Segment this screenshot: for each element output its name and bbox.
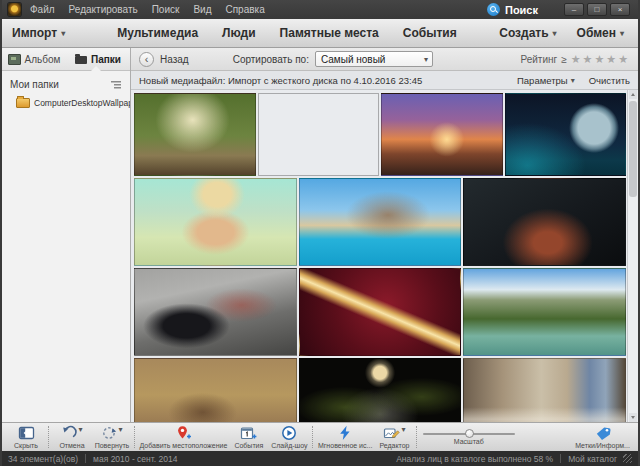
scroll-up-arrow-icon[interactable]	[629, 90, 637, 99]
rotate-icon	[101, 425, 117, 441]
sort-by-label: Сортировать по:	[233, 54, 309, 65]
editor-button[interactable]: ▾ Редактор	[374, 423, 414, 451]
tab-albums[interactable]: Альбом	[2, 48, 66, 70]
back-button[interactable]: ‹	[139, 52, 154, 67]
left-panel: Альбом Папки Мои папки ComputerDesktopWa…	[2, 48, 131, 422]
folder-name: ComputerDesktopWallpapersColle...	[34, 98, 130, 108]
chevron-down-icon[interactable]: ▾	[401, 425, 405, 434]
folders-tab-label: Папки	[91, 54, 121, 65]
photo-thumbnail[interactable]	[134, 358, 297, 422]
add-location-button[interactable]: Добавить местоположение	[138, 423, 229, 451]
photo-thumbnail[interactable]	[134, 93, 256, 176]
search-button[interactable]: Поиск	[487, 3, 538, 16]
catalog-name[interactable]: Мой каталог	[568, 454, 617, 464]
rotate-button[interactable]: ▾ Повернуть	[92, 423, 132, 451]
nav-right: Создать ▾ Обмен ▾	[499, 26, 624, 40]
photo-thumbnail[interactable]	[463, 178, 626, 266]
photo-thumbnail[interactable]	[299, 268, 462, 356]
back-label[interactable]: Назад	[160, 54, 189, 65]
scroll-down-arrow-icon[interactable]	[629, 413, 637, 422]
separator	[48, 426, 50, 448]
active-tab-notch	[91, 66, 101, 71]
zoom-slider-thumb[interactable]	[465, 429, 474, 438]
import-label: Импорт	[12, 26, 57, 40]
resize-grip[interactable]	[623, 454, 632, 463]
import-button[interactable]: Импорт ▾	[12, 26, 65, 40]
options-button[interactable]: Параметры ▾	[517, 75, 575, 86]
album-icon	[8, 54, 21, 65]
hide-panel-button[interactable]: Скрыть	[6, 423, 46, 451]
slideshow-button[interactable]: Слайд-шоу	[269, 423, 310, 451]
add-event-button[interactable]: События	[229, 423, 269, 451]
tab-media[interactable]: Мультимедиа	[117, 26, 198, 40]
options-label: Параметры	[517, 75, 568, 86]
separator	[134, 426, 136, 448]
view-tabs: Мультимедиа Люди Памятные места События	[117, 26, 457, 40]
photo-thumbnail[interactable]	[381, 93, 503, 176]
sort-dropdown[interactable]: Самый новый ▾	[315, 51, 433, 67]
scrollbar-thumb[interactable]	[629, 101, 637, 197]
sort-value: Самый новый	[321, 54, 386, 65]
chevron-down-icon[interactable]: ▾	[78, 425, 82, 434]
menu-file[interactable]: Файл	[30, 4, 55, 15]
photo-thumbnail[interactable]	[463, 358, 626, 422]
organizer-window: Файл Редактировать Поиск Вид Справка Пои…	[0, 0, 640, 466]
search-icon	[487, 3, 500, 16]
action-bar: Скрыть ▾ Отмена ▾ Повернуть	[2, 422, 638, 451]
menu-edit[interactable]: Редактировать	[69, 4, 138, 15]
title-bar: Файл Редактировать Поиск Вид Справка Пои…	[2, 0, 638, 19]
create-button[interactable]: Создать ▾	[499, 26, 556, 40]
media-toolbar: ‹ Назад Сортировать по: Самый новый ▾ Ре…	[131, 48, 638, 71]
photo-thumbnail[interactable]	[134, 178, 297, 266]
chevron-down-icon: ▾	[61, 29, 65, 38]
undo-button[interactable]: ▾ Отмена	[52, 423, 92, 451]
tab-places[interactable]: Памятные места	[280, 26, 379, 40]
tags-info-button[interactable]: Метки/Информ...	[573, 423, 632, 451]
share-button[interactable]: Обмен ▾	[577, 26, 624, 40]
folder-list-item[interactable]: ComputerDesktopWallpapersColle...	[2, 96, 130, 110]
face-analysis-status: Анализ лиц в каталоге выполнено 58 %	[396, 454, 553, 464]
chevron-down-icon: ▾	[571, 76, 575, 85]
rating-stars[interactable]: ★★★★★	[571, 53, 630, 66]
folder-icon	[75, 56, 87, 64]
chevron-down-icon[interactable]: ▾	[118, 425, 122, 434]
chevron-down-icon: ▾	[424, 55, 428, 64]
hide-panel-icon	[18, 425, 35, 441]
window-controls: – □ ×	[564, 3, 630, 16]
photo-thumbnail[interactable]	[299, 358, 462, 422]
folder-tree-view-icon[interactable]	[111, 80, 122, 89]
panel-tabs: Альбом Папки	[2, 48, 130, 71]
event-calendar-icon	[240, 425, 257, 441]
instant-fix-button[interactable]: Мгновенное ис...	[316, 423, 375, 451]
menu-view[interactable]: Вид	[193, 4, 211, 15]
menu-find[interactable]: Поиск	[152, 4, 180, 15]
rating-filter[interactable]: Рейтинг ≥ ★★★★★	[520, 53, 630, 66]
minimize-button[interactable]: –	[564, 3, 584, 16]
tab-people[interactable]: Люди	[222, 26, 256, 40]
undo-icon	[61, 425, 77, 441]
add-location-pin-icon	[175, 425, 192, 441]
tab-events[interactable]: События	[403, 26, 457, 40]
close-button[interactable]: ×	[610, 3, 630, 16]
main-area: ‹ Назад Сортировать по: Самый новый ▾ Ре…	[131, 48, 638, 422]
menu-help[interactable]: Справка	[225, 4, 264, 15]
create-label: Создать	[499, 26, 548, 40]
zoom-slider-track[interactable]	[423, 429, 515, 438]
rating-label: Рейтинг	[520, 54, 557, 65]
zoom-slider[interactable]: Масштаб	[420, 429, 517, 445]
clear-button[interactable]: Очистить	[589, 75, 630, 86]
items-count: 34 элемент(а)(ов)	[8, 454, 78, 464]
photo-thumbnail[interactable]	[299, 178, 462, 266]
nav-bar: Импорт ▾ Мультимедиа Люди Памятные места…	[2, 19, 638, 48]
maximize-button[interactable]: □	[587, 3, 607, 16]
photo-thumbnail[interactable]	[463, 268, 626, 356]
vertical-scrollbar[interactable]	[627, 90, 638, 422]
photo-thumbnail[interactable]	[258, 93, 380, 176]
photo-grid	[131, 90, 638, 422]
separator	[312, 426, 314, 448]
divider	[85, 454, 86, 463]
batch-title: Новый медиафайл: Импорт с жесткого диска…	[139, 75, 422, 86]
chevron-down-icon: ▾	[620, 29, 624, 38]
photo-thumbnail[interactable]	[134, 268, 297, 356]
photo-thumbnail[interactable]	[505, 93, 627, 176]
